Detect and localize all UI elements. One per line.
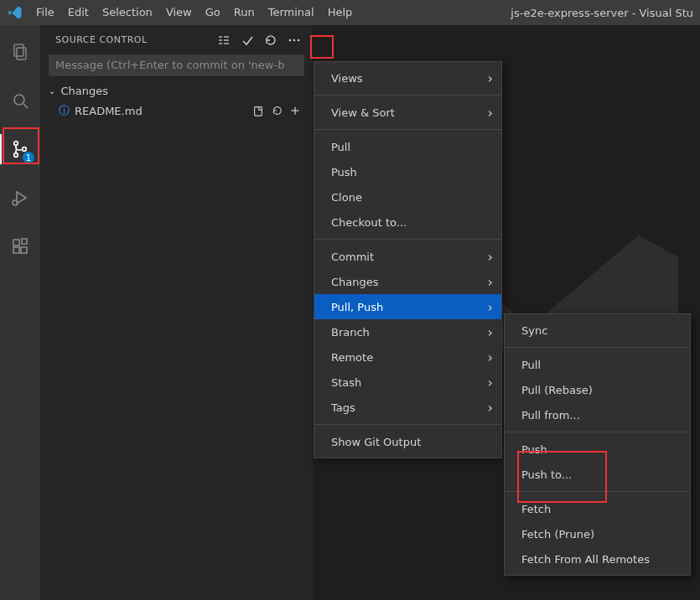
- menu-view[interactable]: View: [159, 0, 199, 25]
- svg-rect-12: [22, 239, 27, 244]
- activity-extensions-icon[interactable]: [0, 226, 40, 266]
- separator: [314, 239, 501, 240]
- svg-rect-22: [255, 107, 262, 116]
- separator: [314, 424, 501, 425]
- menu-file[interactable]: File: [29, 0, 61, 25]
- submenu-pull-from[interactable]: Pull from...: [505, 402, 690, 427]
- submenu-push[interactable]: Push: [505, 437, 690, 462]
- source-control-actions: [214, 30, 304, 50]
- separator: [505, 491, 690, 492]
- source-control-title: SOURCE CONTROL: [55, 34, 214, 45]
- svg-point-5: [14, 153, 18, 158]
- discard-changes-icon[interactable]: [271, 105, 286, 116]
- menu-views[interactable]: Views: [314, 65, 501, 91]
- stage-changes-icon[interactable]: [289, 105, 304, 116]
- svg-line-3: [23, 104, 28, 108]
- submenu-pull[interactable]: Pull: [505, 352, 690, 377]
- menu-pull-push[interactable]: Pull, Push: [314, 294, 501, 319]
- changes-section-header[interactable]: ⌄ Changes: [40, 81, 313, 101]
- menu-stash[interactable]: Stash: [314, 370, 501, 395]
- source-control-panel: SOURCE CONTROL Message (Ctrl+Enter to co…: [40, 25, 313, 600]
- changed-file-row[interactable]: ⓘ README.md: [40, 101, 313, 121]
- activity-search-icon[interactable]: [0, 80, 40, 121]
- file-row-actions: [252, 105, 304, 116]
- menu-checkout-to[interactable]: Checkout to...: [314, 209, 501, 235]
- activity-run-debug-icon[interactable]: [0, 178, 40, 218]
- svg-point-2: [14, 95, 24, 105]
- separator: [314, 95, 501, 96]
- commit-icon[interactable]: [237, 30, 257, 50]
- activity-explorer-icon[interactable]: [0, 32, 40, 72]
- commit-message-input[interactable]: Message (Ctrl+Enter to commit on 'new-b: [49, 54, 304, 76]
- svg-point-21: [298, 39, 300, 41]
- menu-selection[interactable]: Selection: [96, 0, 159, 25]
- window-title: js-e2e-express-server - Visual Stu: [511, 7, 700, 19]
- scm-more-context-menu: Views View & Sort Pull Push Clone Checko…: [314, 61, 502, 458]
- svg-point-19: [289, 39, 292, 41]
- menu-changes[interactable]: Changes: [314, 269, 501, 294]
- separator: [505, 432, 690, 432]
- changes-section-label: Changes: [60, 85, 108, 97]
- svg-point-20: [293, 39, 296, 41]
- menu-tags[interactable]: Tags: [314, 395, 501, 420]
- activity-bar: 1: [0, 25, 40, 600]
- menu-view-and-sort[interactable]: View & Sort: [314, 100, 501, 125]
- menu-run[interactable]: Run: [227, 0, 262, 25]
- menu-go[interactable]: Go: [199, 0, 227, 25]
- title-bar: File Edit Selection View Go Run Terminal…: [0, 0, 700, 25]
- submenu-fetch[interactable]: Fetch: [505, 496, 690, 521]
- svg-point-6: [23, 147, 27, 152]
- svg-rect-9: [13, 240, 19, 246]
- chevron-down-icon: ⌄: [49, 86, 55, 96]
- menu-help[interactable]: Help: [321, 0, 360, 25]
- submenu-pull-rebase[interactable]: Pull (Rebase): [505, 377, 690, 402]
- menu-pull[interactable]: Pull: [314, 134, 501, 159]
- more-actions-icon[interactable]: [284, 30, 304, 50]
- svg-rect-1: [17, 48, 26, 59]
- menu-edit[interactable]: Edit: [61, 0, 96, 25]
- separator: [314, 129, 501, 130]
- submenu-fetch-prune[interactable]: Fetch (Prune): [505, 521, 690, 546]
- separator: [505, 347, 690, 348]
- submenu-push-to[interactable]: Push to...: [505, 462, 690, 487]
- menu-terminal[interactable]: Terminal: [262, 0, 321, 25]
- menubar: File Edit Selection View Go Run Terminal…: [29, 0, 359, 25]
- submenu-fetch-all-remotes[interactable]: Fetch From All Remotes: [505, 546, 690, 572]
- menu-push[interactable]: Push: [314, 159, 501, 184]
- open-file-icon[interactable]: [252, 105, 267, 116]
- svg-rect-11: [21, 247, 27, 253]
- vscode-logo-icon: [0, 5, 29, 20]
- view-as-tree-icon[interactable]: [214, 30, 234, 50]
- changed-file-name: README.md: [75, 105, 247, 117]
- menu-branch[interactable]: Branch: [314, 319, 501, 344]
- refresh-icon[interactable]: [261, 30, 281, 50]
- menu-remote[interactable]: Remote: [314, 344, 501, 370]
- menu-show-git-output[interactable]: Show Git Output: [314, 429, 501, 454]
- svg-point-4: [14, 142, 18, 146]
- info-icon: ⓘ: [59, 103, 70, 118]
- menu-commit[interactable]: Commit: [314, 244, 501, 269]
- source-control-header: SOURCE CONTROL: [40, 25, 313, 54]
- activity-source-control-icon[interactable]: 1: [0, 129, 40, 169]
- pull-push-submenu: Sync Pull Pull (Rebase) Pull from... Pus…: [504, 313, 691, 576]
- menu-clone[interactable]: Clone: [314, 184, 501, 209]
- scm-badge: 1: [23, 152, 34, 163]
- svg-rect-0: [14, 44, 23, 56]
- submenu-sync[interactable]: Sync: [505, 318, 690, 343]
- svg-rect-10: [13, 247, 19, 253]
